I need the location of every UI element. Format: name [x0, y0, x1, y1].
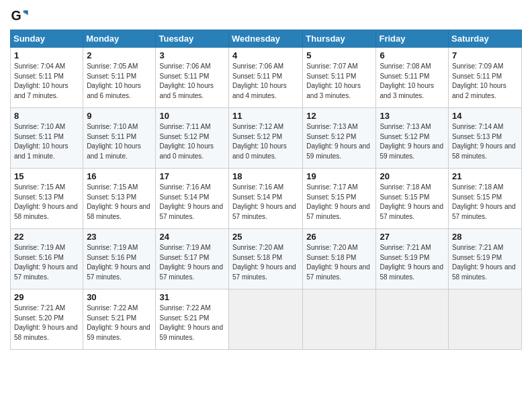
calendar-cell — [449, 289, 522, 350]
calendar-cell: 8Sunrise: 7:10 AMSunset: 5:11 PMDaylight… — [11, 108, 83, 169]
day-number: 18 — [232, 171, 299, 181]
calendar-cell: 23Sunrise: 7:19 AMSunset: 5:16 PMDayligh… — [83, 229, 156, 289]
day-info: Sunrise: 7:22 AMSunset: 5:21 PMDaylight:… — [87, 304, 152, 342]
day-info: Sunrise: 7:18 AMSunset: 5:15 PMDaylight:… — [452, 183, 518, 222]
day-number: 7 — [452, 50, 518, 60]
day-number: 3 — [159, 50, 225, 60]
day-number: 11 — [232, 111, 299, 121]
column-header-wednesday: Wednesday — [229, 30, 303, 48]
day-info: Sunrise: 7:20 AMSunset: 5:18 PMDaylight:… — [232, 243, 299, 282]
day-info: Sunrise: 7:12 AMSunset: 5:12 PMDaylight:… — [232, 122, 299, 161]
day-number: 30 — [87, 292, 152, 302]
day-number: 2 — [87, 50, 152, 60]
calendar-cell: 26Sunrise: 7:20 AMSunset: 5:18 PMDayligh… — [303, 229, 376, 289]
calendar-cell: 5Sunrise: 7:07 AMSunset: 5:11 PMDaylight… — [303, 48, 376, 108]
day-number: 5 — [306, 50, 372, 60]
day-number: 21 — [452, 171, 518, 181]
calendar-cell: 21Sunrise: 7:18 AMSunset: 5:15 PMDayligh… — [449, 169, 522, 229]
day-info: Sunrise: 7:16 AMSunset: 5:14 PMDaylight:… — [159, 183, 225, 222]
day-number: 9 — [87, 111, 152, 121]
column-header-sunday: Sunday — [11, 30, 83, 48]
day-number: 13 — [380, 111, 445, 121]
day-info: Sunrise: 7:07 AMSunset: 5:11 PMDaylight:… — [306, 62, 372, 101]
day-info: Sunrise: 7:18 AMSunset: 5:15 PMDaylight:… — [380, 183, 445, 222]
calendar-cell: 2Sunrise: 7:05 AMSunset: 5:11 PMDaylight… — [83, 48, 156, 108]
calendar-cell: 9Sunrise: 7:10 AMSunset: 5:11 PMDaylight… — [83, 108, 156, 169]
calendar-cell: 17Sunrise: 7:16 AMSunset: 5:14 PMDayligh… — [156, 169, 229, 229]
day-number: 22 — [14, 232, 79, 242]
calendar-cell — [376, 289, 449, 350]
day-info: Sunrise: 7:09 AMSunset: 5:11 PMDaylight:… — [452, 62, 518, 101]
page-header: G — [10, 7, 522, 26]
day-info: Sunrise: 7:22 AMSunset: 5:21 PMDaylight:… — [159, 304, 225, 342]
calendar-cell: 30Sunrise: 7:22 AMSunset: 5:21 PMDayligh… — [83, 289, 156, 350]
day-number: 23 — [87, 232, 152, 242]
calendar-cell: 4Sunrise: 7:06 AMSunset: 5:11 PMDaylight… — [229, 48, 303, 108]
column-header-friday: Friday — [376, 30, 449, 48]
logo-icon: G — [10, 7, 29, 26]
calendar-cell: 19Sunrise: 7:17 AMSunset: 5:15 PMDayligh… — [303, 169, 376, 229]
day-number: 31 — [159, 292, 225, 302]
day-number: 1 — [14, 50, 79, 60]
day-number: 17 — [159, 171, 225, 181]
calendar-cell: 24Sunrise: 7:19 AMSunset: 5:17 PMDayligh… — [156, 229, 229, 289]
day-number: 28 — [452, 232, 518, 242]
day-number: 4 — [232, 50, 299, 60]
day-number: 6 — [380, 50, 445, 60]
calendar-cell: 27Sunrise: 7:21 AMSunset: 5:19 PMDayligh… — [376, 229, 449, 289]
calendar-cell: 18Sunrise: 7:16 AMSunset: 5:14 PMDayligh… — [229, 169, 303, 229]
calendar-cell: 15Sunrise: 7:15 AMSunset: 5:13 PMDayligh… — [11, 169, 83, 229]
calendar-cell: 11Sunrise: 7:12 AMSunset: 5:12 PMDayligh… — [229, 108, 303, 169]
day-number: 15 — [14, 171, 79, 181]
calendar-week-5: 29Sunrise: 7:21 AMSunset: 5:20 PMDayligh… — [11, 289, 522, 350]
day-info: Sunrise: 7:19 AMSunset: 5:16 PMDaylight:… — [14, 243, 79, 282]
day-number: 8 — [14, 111, 79, 121]
day-info: Sunrise: 7:19 AMSunset: 5:17 PMDaylight:… — [159, 243, 225, 282]
calendar-header-row: SundayMondayTuesdayWednesdayThursdayFrid… — [11, 30, 522, 48]
day-number: 16 — [87, 171, 152, 181]
calendar-cell: 6Sunrise: 7:08 AMSunset: 5:11 PMDaylight… — [376, 48, 449, 108]
day-number: 26 — [306, 232, 372, 242]
calendar-cell — [303, 289, 376, 350]
calendar-week-1: 1Sunrise: 7:04 AMSunset: 5:11 PMDaylight… — [11, 48, 522, 108]
calendar-cell: 12Sunrise: 7:13 AMSunset: 5:12 PMDayligh… — [303, 108, 376, 169]
day-number: 12 — [306, 111, 372, 121]
calendar-cell: 31Sunrise: 7:22 AMSunset: 5:21 PMDayligh… — [156, 289, 229, 350]
day-number: 24 — [159, 232, 225, 242]
day-info: Sunrise: 7:15 AMSunset: 5:13 PMDaylight:… — [87, 183, 152, 222]
day-number: 20 — [380, 171, 445, 181]
calendar-week-2: 8Sunrise: 7:10 AMSunset: 5:11 PMDaylight… — [11, 108, 522, 169]
calendar-cell: 7Sunrise: 7:09 AMSunset: 5:11 PMDaylight… — [449, 48, 522, 108]
calendar-cell: 25Sunrise: 7:20 AMSunset: 5:18 PMDayligh… — [229, 229, 303, 289]
column-header-saturday: Saturday — [449, 30, 522, 48]
day-number: 27 — [380, 232, 445, 242]
day-info: Sunrise: 7:13 AMSunset: 5:12 PMDaylight:… — [380, 122, 445, 161]
column-header-tuesday: Tuesday — [156, 30, 229, 48]
logo: G — [10, 7, 32, 26]
calendar-table: SundayMondayTuesdayWednesdayThursdayFrid… — [10, 30, 522, 350]
calendar-cell — [229, 289, 303, 350]
day-info: Sunrise: 7:05 AMSunset: 5:11 PMDaylight:… — [87, 62, 152, 101]
day-info: Sunrise: 7:14 AMSunset: 5:13 PMDaylight:… — [452, 122, 518, 161]
day-number: 29 — [14, 292, 79, 302]
day-info: Sunrise: 7:10 AMSunset: 5:11 PMDaylight:… — [87, 122, 152, 161]
day-info: Sunrise: 7:04 AMSunset: 5:11 PMDaylight:… — [14, 62, 79, 101]
day-info: Sunrise: 7:06 AMSunset: 5:11 PMDaylight:… — [159, 62, 225, 101]
day-number: 14 — [452, 111, 518, 121]
day-info: Sunrise: 7:06 AMSunset: 5:11 PMDaylight:… — [232, 62, 299, 101]
calendar-cell: 22Sunrise: 7:19 AMSunset: 5:16 PMDayligh… — [11, 229, 83, 289]
day-number: 25 — [232, 232, 299, 242]
day-info: Sunrise: 7:16 AMSunset: 5:14 PMDaylight:… — [232, 183, 299, 222]
day-info: Sunrise: 7:21 AMSunset: 5:19 PMDaylight:… — [452, 243, 518, 282]
calendar-cell: 3Sunrise: 7:06 AMSunset: 5:11 PMDaylight… — [156, 48, 229, 108]
day-info: Sunrise: 7:20 AMSunset: 5:18 PMDaylight:… — [306, 243, 372, 282]
column-header-thursday: Thursday — [303, 30, 376, 48]
calendar-cell: 13Sunrise: 7:13 AMSunset: 5:12 PMDayligh… — [376, 108, 449, 169]
calendar-cell: 10Sunrise: 7:11 AMSunset: 5:12 PMDayligh… — [156, 108, 229, 169]
calendar-cell: 29Sunrise: 7:21 AMSunset: 5:20 PMDayligh… — [11, 289, 83, 350]
day-info: Sunrise: 7:21 AMSunset: 5:20 PMDaylight:… — [14, 304, 79, 342]
calendar-cell: 28Sunrise: 7:21 AMSunset: 5:19 PMDayligh… — [449, 229, 522, 289]
calendar-week-3: 15Sunrise: 7:15 AMSunset: 5:13 PMDayligh… — [11, 169, 522, 229]
day-info: Sunrise: 7:15 AMSunset: 5:13 PMDaylight:… — [14, 183, 79, 222]
calendar-cell: 16Sunrise: 7:15 AMSunset: 5:13 PMDayligh… — [83, 169, 156, 229]
